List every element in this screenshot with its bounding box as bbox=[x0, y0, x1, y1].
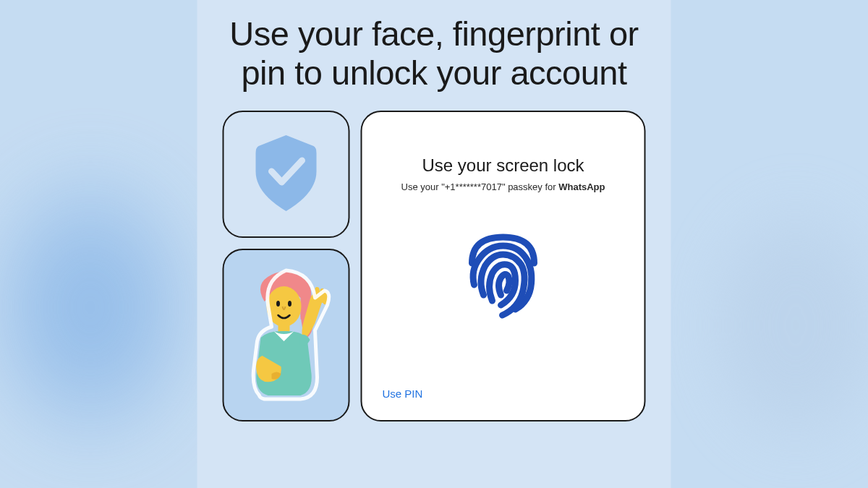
use-pin-button[interactable]: Use PIN bbox=[383, 388, 423, 400]
svg-point-2 bbox=[288, 301, 292, 307]
shield-check-icon bbox=[250, 132, 323, 218]
person-card bbox=[223, 249, 350, 421]
headline: Use your face, fingerprint or pin to unl… bbox=[223, 14, 646, 93]
background-blur-right bbox=[687, 181, 868, 470]
background-blur-left bbox=[0, 145, 217, 470]
fingerprint-icon[interactable] bbox=[456, 228, 550, 330]
shield-card bbox=[223, 111, 350, 238]
waving-person-icon bbox=[232, 262, 341, 409]
sub-prefix: Use your " bbox=[401, 181, 445, 192]
svg-point-1 bbox=[276, 301, 280, 307]
screen-lock-subtitle: Use your "+1*******7017" passkey for Wha… bbox=[401, 181, 605, 192]
card-grid: Use your screen lock Use your "+1*******… bbox=[223, 111, 646, 421]
app-name: WhatsApp bbox=[558, 181, 605, 192]
screen-lock-card: Use your screen lock Use your "+1*******… bbox=[361, 111, 646, 421]
masked-phone: +1*******7017 bbox=[445, 181, 502, 192]
center-panel: Use your face, fingerprint or pin to unl… bbox=[197, 0, 671, 488]
sub-middle: " passkey for bbox=[502, 181, 558, 192]
screen-lock-title: Use your screen lock bbox=[422, 155, 584, 176]
